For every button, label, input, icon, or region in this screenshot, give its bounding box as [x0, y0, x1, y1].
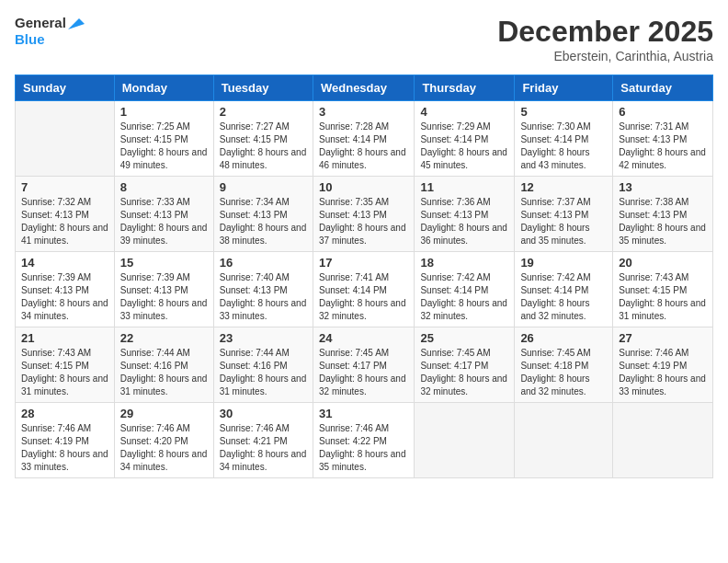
calendar-cell-w4-d6: 26Sunrise: 7:45 AMSunset: 4:18 PMDayligh…	[515, 327, 613, 403]
sunset-text: Sunset: 4:13 PM	[120, 285, 188, 295]
sunset-text: Sunset: 4:13 PM	[220, 285, 288, 295]
sunset-text: Sunset: 4:17 PM	[420, 361, 488, 371]
calendar-table: Sunday Monday Tuesday Wednesday Thursday…	[15, 75, 713, 478]
calendar-week-5: 28Sunrise: 7:46 AMSunset: 4:19 PMDayligh…	[16, 403, 713, 478]
day-number: 22	[120, 331, 208, 345]
day-number: 20	[619, 256, 707, 270]
day-info: Sunrise: 7:38 AMSunset: 4:13 PMDaylight:…	[619, 196, 707, 247]
day-number: 12	[520, 180, 607, 194]
sunrise-text: Sunrise: 7:45 AM	[319, 348, 389, 358]
sunrise-text: Sunrise: 7:34 AM	[220, 197, 290, 207]
day-number: 6	[619, 105, 707, 119]
sunset-text: Sunset: 4:16 PM	[120, 361, 188, 371]
sunset-text: Sunset: 4:13 PM	[21, 285, 89, 295]
header-wednesday: Wednesday	[313, 75, 414, 101]
daylight-text: Daylight: 8 hours and 39 minutes.	[120, 223, 208, 246]
day-number: 18	[420, 256, 508, 270]
day-number: 10	[319, 180, 408, 194]
day-info: Sunrise: 7:43 AMSunset: 4:15 PMDaylight:…	[21, 347, 108, 398]
day-number: 30	[220, 407, 307, 420]
day-number: 24	[319, 331, 408, 345]
sunrise-text: Sunrise: 7:29 AM	[420, 121, 490, 132]
day-info: Sunrise: 7:37 AMSunset: 4:13 PMDaylight:…	[520, 196, 607, 247]
sunset-text: Sunset: 4:13 PM	[420, 210, 488, 220]
sunrise-text: Sunrise: 7:38 AM	[619, 197, 688, 207]
sunrise-text: Sunrise: 7:43 AM	[619, 272, 688, 282]
daylight-text: Daylight: 8 hours and 31 minutes.	[619, 298, 706, 321]
sunset-text: Sunset: 4:14 PM	[520, 285, 588, 295]
calendar-week-4: 21Sunrise: 7:43 AMSunset: 4:15 PMDayligh…	[16, 327, 713, 403]
calendar-cell-w4-d5: 25Sunrise: 7:45 AMSunset: 4:17 PMDayligh…	[415, 327, 515, 403]
day-info: Sunrise: 7:28 AMSunset: 4:14 PMDaylight:…	[319, 121, 408, 172]
header-friday: Friday	[515, 75, 613, 101]
day-number: 7	[21, 180, 108, 194]
calendar-week-1: 1Sunrise: 7:25 AMSunset: 4:15 PMDaylight…	[16, 101, 713, 177]
title-section: December 2025 Eberstein, Carinthia, Aust…	[497, 15, 713, 63]
sunset-text: Sunset: 4:15 PM	[619, 285, 687, 295]
sunrise-text: Sunrise: 7:46 AM	[319, 423, 389, 433]
calendar-cell-w2-d6: 12Sunrise: 7:37 AMSunset: 4:13 PMDayligh…	[515, 177, 613, 252]
daylight-text: Daylight: 8 hours and 34 minutes.	[220, 449, 307, 472]
logo-bird-icon	[68, 18, 85, 29]
calendar-cell-w2-d4: 10Sunrise: 7:35 AMSunset: 4:13 PMDayligh…	[313, 177, 414, 252]
sunset-text: Sunset: 4:13 PM	[21, 210, 89, 220]
day-number: 29	[120, 407, 208, 420]
daylight-text: Daylight: 8 hours and 35 minutes.	[520, 223, 589, 246]
daylight-text: Daylight: 8 hours and 33 minutes.	[120, 298, 208, 321]
day-info: Sunrise: 7:32 AMSunset: 4:13 PMDaylight:…	[21, 196, 108, 247]
daylight-text: Daylight: 8 hours and 46 minutes.	[319, 147, 406, 170]
logo: General Blue	[15, 15, 85, 47]
calendar-cell-w4-d2: 22Sunrise: 7:44 AMSunset: 4:16 PMDayligh…	[114, 327, 213, 403]
calendar-cell-w1-d4: 3Sunrise: 7:28 AMSunset: 4:14 PMDaylight…	[313, 101, 414, 177]
day-info: Sunrise: 7:35 AMSunset: 4:13 PMDaylight:…	[319, 196, 408, 247]
day-info: Sunrise: 7:27 AMSunset: 4:15 PMDaylight:…	[220, 121, 307, 172]
day-info: Sunrise: 7:43 AMSunset: 4:15 PMDaylight:…	[619, 271, 707, 323]
daylight-text: Daylight: 8 hours and 43 minutes.	[520, 147, 589, 170]
daylight-text: Daylight: 8 hours and 31 minutes.	[21, 373, 108, 396]
sunrise-text: Sunrise: 7:36 AM	[420, 197, 490, 207]
day-info: Sunrise: 7:25 AMSunset: 4:15 PMDaylight:…	[120, 121, 208, 172]
month-title: December 2025	[497, 15, 713, 49]
day-info: Sunrise: 7:46 AMSunset: 4:21 PMDaylight:…	[220, 422, 307, 474]
day-number: 26	[520, 331, 607, 345]
header-saturday: Saturday	[613, 75, 713, 101]
calendar-week-3: 14Sunrise: 7:39 AMSunset: 4:13 PMDayligh…	[16, 252, 713, 327]
day-number: 31	[319, 407, 408, 420]
calendar-cell-w4-d3: 23Sunrise: 7:44 AMSunset: 4:16 PMDayligh…	[213, 327, 313, 403]
calendar-cell-w1-d5: 4Sunrise: 7:29 AMSunset: 4:14 PMDaylight…	[415, 101, 515, 177]
daylight-text: Daylight: 8 hours and 34 minutes.	[120, 449, 208, 472]
day-info: Sunrise: 7:45 AMSunset: 4:17 PMDaylight:…	[319, 347, 408, 398]
sunset-text: Sunset: 4:13 PM	[120, 210, 188, 220]
sunrise-text: Sunrise: 7:45 AM	[420, 348, 490, 358]
daylight-text: Daylight: 8 hours and 36 minutes.	[420, 223, 507, 246]
daylight-text: Daylight: 8 hours and 32 minutes.	[420, 298, 507, 321]
day-number: 17	[319, 256, 408, 270]
calendar-cell-w3-d7: 20Sunrise: 7:43 AMSunset: 4:15 PMDayligh…	[613, 252, 713, 327]
sunrise-text: Sunrise: 7:41 AM	[319, 272, 389, 282]
logo-general: General	[15, 15, 66, 30]
day-info: Sunrise: 7:42 AMSunset: 4:14 PMDaylight:…	[420, 271, 508, 323]
sunset-text: Sunset: 4:15 PM	[120, 134, 188, 144]
svg-marker-0	[68, 18, 85, 29]
sunset-text: Sunset: 4:13 PM	[319, 210, 387, 220]
daylight-text: Daylight: 8 hours and 32 minutes.	[520, 373, 589, 396]
sunrise-text: Sunrise: 7:44 AM	[220, 348, 290, 358]
daylight-text: Daylight: 8 hours and 33 minutes.	[619, 373, 706, 396]
calendar-cell-w2-d3: 9Sunrise: 7:34 AMSunset: 4:13 PMDaylight…	[213, 177, 313, 252]
day-info: Sunrise: 7:44 AMSunset: 4:16 PMDaylight:…	[120, 347, 208, 398]
sunrise-text: Sunrise: 7:35 AM	[319, 197, 389, 207]
sunrise-text: Sunrise: 7:25 AM	[120, 121, 190, 132]
day-info: Sunrise: 7:42 AMSunset: 4:14 PMDaylight:…	[520, 271, 607, 323]
calendar-cell-w2-d5: 11Sunrise: 7:36 AMSunset: 4:13 PMDayligh…	[415, 177, 515, 252]
sunrise-text: Sunrise: 7:39 AM	[120, 272, 190, 282]
page-header: General Blue December 2025 Eberstein, Ca…	[15, 15, 713, 63]
location-title: Eberstein, Carinthia, Austria	[497, 49, 713, 63]
sunset-text: Sunset: 4:13 PM	[520, 210, 588, 220]
calendar-cell-w4-d1: 21Sunrise: 7:43 AMSunset: 4:15 PMDayligh…	[16, 327, 115, 403]
sunset-text: Sunset: 4:14 PM	[319, 134, 387, 144]
header-monday: Monday	[114, 75, 213, 101]
calendar-week-2: 7Sunrise: 7:32 AMSunset: 4:13 PMDaylight…	[16, 177, 713, 252]
sunrise-text: Sunrise: 7:46 AM	[21, 423, 91, 433]
sunset-text: Sunset: 4:22 PM	[319, 436, 387, 446]
daylight-text: Daylight: 8 hours and 45 minutes.	[420, 147, 507, 170]
